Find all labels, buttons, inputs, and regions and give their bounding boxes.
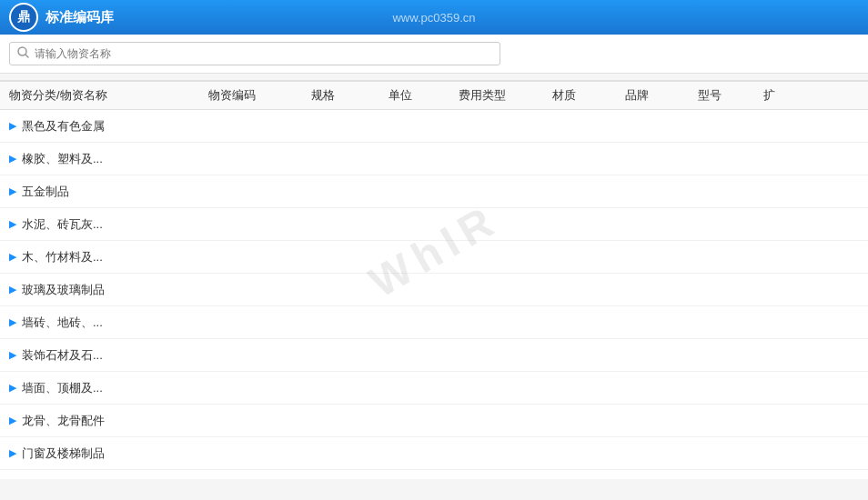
row-name-cell: ▶水泥、砖瓦灰... [9,216,182,233]
row-name-text: 玻璃及玻璃制品 [22,282,105,298]
expand-icon[interactable]: ▶ [9,218,16,230]
row-name-cell: ▶门窗及楼梯制品 [9,445,182,462]
col-header-fee: 费用类型 [437,87,528,104]
svg-line-1 [25,55,28,57]
search-area [0,35,868,74]
expand-icon[interactable]: ▶ [9,284,16,295]
row-name-cell: ▶墙面、顶棚及... [9,380,182,396]
table-row[interactable]: ▶橡胶、塑料及... [0,143,868,175]
expand-icon[interactable]: ▶ [9,316,16,328]
expand-icon[interactable]: ▶ [9,447,16,459]
table-row[interactable]: ▶玻璃及玻璃制品 [0,274,868,306]
row-name-text: 五金制品 [22,184,69,200]
expand-icon[interactable]: ▶ [9,251,16,263]
row-name-text: 木、竹材料及... [22,249,103,265]
row-name-text: 水泥、砖瓦灰... [22,216,103,233]
col-header-unit: 单位 [364,87,437,104]
row-name-text: 墙面、顶棚及... [22,380,103,396]
col-header-brand: 品牌 [601,87,673,104]
col-header-model: 型号 [673,87,746,104]
row-name-text: 墙砖、地砖、... [22,315,103,331]
row-name-text: 门窗及楼梯制品 [22,445,105,462]
col-header-code: 物资编码 [182,87,282,104]
table-container: 物资分类/物资名称 物资编码 规格 单位 费用类型 材质 品牌 型号 扩 ▶黑色… [0,81,868,479]
col-header-material: 材质 [528,87,601,104]
col-header-extra: 扩 [746,87,792,104]
search-input[interactable] [35,47,492,60]
table-row[interactable]: ▶五金制品 [0,175,868,208]
expand-icon[interactable]: ▶ [9,185,16,197]
expand-icon[interactable]: ▶ [9,415,16,426]
logo-text: 鼎 [17,9,30,25]
app-header: 鼎 标准编码库 www.pc0359.cn [0,0,868,35]
table-row[interactable]: ▶黑色及有色金属 [0,110,868,143]
table-row[interactable]: ▶墙面、顶棚及... [0,372,868,405]
col-header-spec: 规格 [282,87,364,104]
app-logo: 鼎 [9,3,38,32]
expand-icon[interactable]: ▶ [9,382,16,394]
row-name-text: 黑色及有色金属 [22,118,105,135]
row-name-text: 装饰石材及石... [22,347,103,364]
row-name-cell: ▶橡胶、塑料及... [9,151,182,167]
row-name-text: 橡胶、塑料及... [22,151,103,167]
separator [0,74,868,81]
table-row[interactable]: ▶装饰石材及石... [0,339,868,372]
row-name-text: 龙骨、龙骨配件 [22,413,105,429]
search-wrapper[interactable] [9,42,500,65]
app-title: 标准编码库 [45,9,114,26]
table-row[interactable]: ▶龙骨、龙骨配件 [0,405,868,437]
row-name-cell: ▶装饰石材及石... [9,347,182,364]
row-name-cell: ▶木、竹材料及... [9,249,182,265]
table-row[interactable]: ▶门窗及楼梯制品 [0,437,868,470]
table-row[interactable]: ▶水泥、砖瓦灰... [0,208,868,241]
row-name-cell: ▶墙砖、地砖、... [9,315,182,331]
row-name-cell: ▶玻璃及玻璃制品 [9,282,182,298]
table-body: ▶黑色及有色金属▶橡胶、塑料及...▶五金制品▶水泥、砖瓦灰...▶木、竹材料及… [0,110,868,470]
table-row[interactable]: ▶木、竹材料及... [0,241,868,274]
search-icon [17,46,29,61]
row-name-cell: ▶五金制品 [9,184,182,200]
logo-inner: 鼎 [11,5,36,30]
expand-icon[interactable]: ▶ [9,153,16,165]
table-header: 物资分类/物资名称 物资编码 规格 单位 费用类型 材质 品牌 型号 扩 [0,81,868,110]
row-name-cell: ▶黑色及有色金属 [9,118,182,135]
expand-icon[interactable]: ▶ [9,120,16,132]
row-name-cell: ▶龙骨、龙骨配件 [9,413,182,429]
col-header-name: 物资分类/物资名称 [9,87,182,104]
header-watermark: www.pc0359.cn [392,11,475,25]
expand-icon[interactable]: ▶ [9,349,16,361]
table-row[interactable]: ▶墙砖、地砖、... [0,306,868,339]
